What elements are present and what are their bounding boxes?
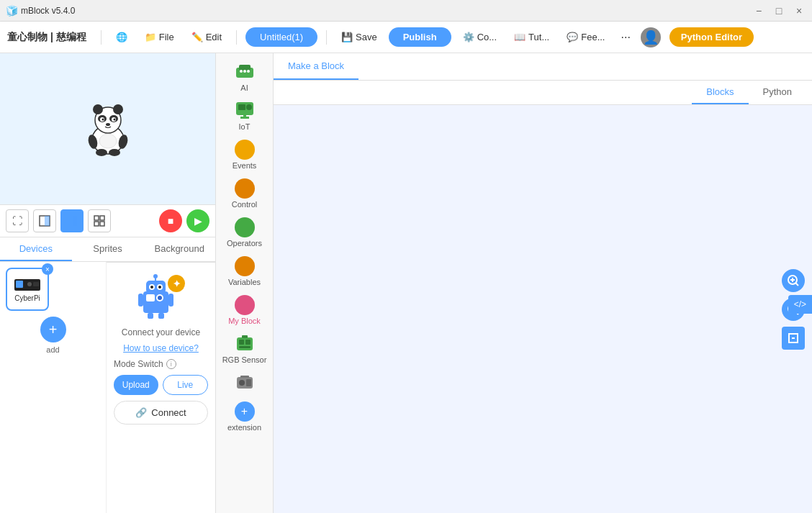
- title-bar: 🧊 mBlock v5.4.0 − □ ×: [0, 0, 812, 22]
- tab-blocks[interactable]: Blocks: [692, 81, 748, 104]
- category-ai[interactable]: AI: [219, 59, 271, 95]
- maximize-button[interactable]: □: [772, 4, 786, 18]
- mode-switch-row: Mode Switch i: [114, 359, 208, 369]
- make-block-tab[interactable]: Make a Block: [274, 53, 358, 80]
- edit-menu[interactable]: ✏️ Edit: [186, 29, 227, 45]
- cyberpi-icon: [14, 277, 41, 293]
- svg-rect-59: [242, 335, 248, 338]
- device-cyberpi[interactable]: × CyberPi: [6, 268, 49, 311]
- svg-point-49: [247, 70, 250, 73]
- category-device2[interactable]: [219, 370, 271, 396]
- category-myblock[interactable]: My Block: [219, 292, 271, 328]
- publish-button[interactable]: Publish: [389, 27, 451, 47]
- mode-switch-info-icon[interactable]: i: [166, 359, 176, 369]
- tab-sprites[interactable]: Sprites: [72, 237, 144, 261]
- globe-icon: 🌐: [116, 32, 127, 42]
- globe-menu[interactable]: 🌐: [110, 29, 133, 45]
- tab-devices[interactable]: Devices: [0, 237, 72, 261]
- project-name-button[interactable]: Untitled(1): [245, 27, 317, 47]
- small-stage-button[interactable]: [33, 209, 56, 232]
- save-icon: 💾: [341, 32, 353, 42]
- device-close-button[interactable]: ×: [42, 263, 53, 275]
- events-circle: [235, 140, 255, 160]
- panda-svg: [83, 100, 133, 158]
- code-area: Blocks Python: [274, 81, 812, 513]
- iot-label: IoT: [239, 122, 251, 131]
- edit-icon: ✏️: [191, 32, 203, 42]
- category-variables[interactable]: Variables: [219, 253, 271, 289]
- svg-point-38: [158, 286, 161, 289]
- go-button[interactable]: ▶: [186, 209, 209, 232]
- category-rgsensor[interactable]: RGB Sensor: [219, 331, 271, 367]
- svg-rect-32: [138, 294, 143, 307]
- rgsensor-icon: [235, 334, 255, 354]
- extension-button[interactable]: + extension: [219, 399, 271, 435]
- grid-button[interactable]: [88, 209, 111, 232]
- split-stage-button[interactable]: [60, 209, 84, 232]
- variables-circle: [235, 256, 255, 276]
- tutorials-label: Tut...: [528, 32, 549, 42]
- svg-point-48: [243, 70, 246, 73]
- avatar[interactable]: 👤: [641, 27, 661, 47]
- separator-2: [236, 30, 237, 45]
- rgsensor-label: RGB Sensor: [222, 355, 267, 364]
- close-button[interactable]: ×: [792, 4, 806, 18]
- minimize-button[interactable]: −: [752, 4, 766, 18]
- zoom-in-button[interactable]: [782, 269, 805, 292]
- extension-label: extension: [227, 423, 261, 432]
- myblock-circle: [235, 295, 255, 315]
- myblock-label: My Block: [228, 317, 261, 325]
- operators-label: Operators: [227, 239, 262, 248]
- stop-icon: ■: [168, 215, 173, 227]
- window-controls: − □ ×: [752, 4, 806, 18]
- fit-button[interactable]: [782, 327, 805, 350]
- feedback-menu[interactable]: 💬 Fee...: [561, 29, 610, 45]
- more-button[interactable]: ···: [616, 28, 634, 47]
- add-label: add: [46, 345, 59, 354]
- cyberpi-label: CyberPi: [14, 294, 40, 302]
- category-iot[interactable]: IoT: [219, 98, 271, 134]
- mode-switch-label: Mode Switch: [114, 359, 163, 369]
- python-editor-button[interactable]: Python Editor: [669, 27, 754, 47]
- svg-point-47: [240, 70, 243, 73]
- connect-menu[interactable]: ⚙️ Co...: [457, 29, 502, 45]
- stop-button[interactable]: ■: [159, 209, 182, 232]
- tab-background[interactable]: Background: [143, 237, 215, 261]
- code-canvas[interactable]: </>: [274, 105, 812, 513]
- right-main: Make a Block Blocks Python: [274, 53, 812, 513]
- code-tag[interactable]: </>: [788, 295, 812, 314]
- iot-icon: [235, 101, 255, 121]
- svg-rect-20: [94, 216, 99, 220]
- connect-device-area: ✦ Connect your device How to use device?…: [107, 262, 215, 513]
- connect-button[interactable]: 🔗 Connect: [114, 401, 208, 425]
- file-menu[interactable]: 📁 File: [139, 29, 180, 45]
- device2-icon: [235, 373, 255, 393]
- block-categories: AI IoT Events Control: [216, 53, 274, 513]
- svg-point-8: [102, 119, 104, 121]
- upload-button[interactable]: Upload: [114, 375, 158, 395]
- add-device-area: + add: [6, 317, 100, 354]
- svg-rect-29: [146, 294, 155, 301]
- svg-rect-22: [94, 222, 99, 226]
- background-tab-label: Background: [154, 243, 204, 254]
- svg-rect-58: [239, 346, 251, 348]
- category-control[interactable]: Control: [219, 176, 271, 212]
- svg-point-13: [99, 134, 117, 148]
- category-operators[interactable]: Operators: [219, 214, 271, 250]
- svg-rect-56: [239, 340, 244, 345]
- add-device-button[interactable]: +: [40, 317, 66, 342]
- file-label: File: [159, 32, 174, 42]
- live-button[interactable]: Live: [163, 375, 209, 395]
- category-events[interactable]: Events: [219, 137, 271, 173]
- fullscreen-button[interactable]: ⛶: [6, 209, 29, 232]
- svg-point-31: [158, 296, 162, 300]
- svg-rect-17: [45, 216, 50, 226]
- save-button[interactable]: 💾 Save: [335, 29, 383, 45]
- file-icon: 📁: [145, 32, 156, 42]
- tutorials-menu[interactable]: 📖 Tut...: [508, 29, 555, 45]
- tabs-row: Devices Sprites Background: [0, 237, 215, 262]
- edit-label: Edit: [206, 32, 222, 42]
- tab-python[interactable]: Python: [749, 81, 806, 104]
- connect-button-label: Connect: [151, 407, 186, 418]
- how-to-link[interactable]: How to use device?: [123, 343, 199, 353]
